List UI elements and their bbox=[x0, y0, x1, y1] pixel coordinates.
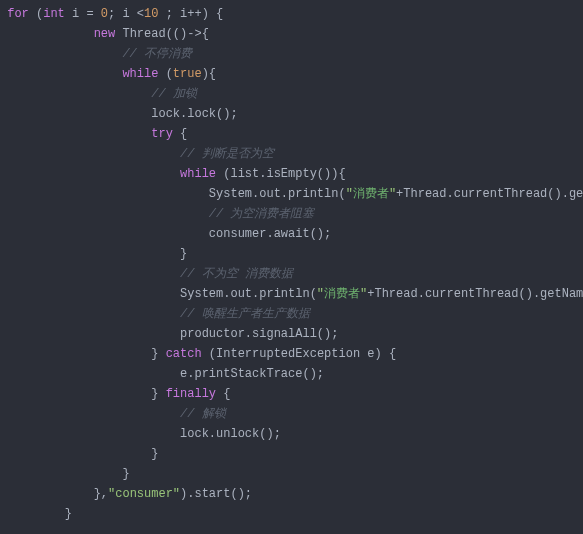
text: } bbox=[122, 467, 129, 481]
code-line: e.printStackTrace(); bbox=[0, 364, 583, 384]
text: ){ bbox=[202, 67, 216, 81]
code-line: lock.lock(); bbox=[0, 104, 583, 124]
text: (list.isEmpty()){ bbox=[216, 167, 346, 181]
code-line: consumer.await(); bbox=[0, 224, 583, 244]
keyword-new: new bbox=[94, 27, 116, 41]
text: +Thread.currentThread().getName bbox=[396, 187, 583, 201]
keyword-true: true bbox=[173, 67, 202, 81]
text: }, bbox=[94, 487, 108, 501]
number-literal: 10 bbox=[144, 7, 158, 21]
code-line: } bbox=[0, 464, 583, 484]
code-line: } bbox=[0, 444, 583, 464]
code-line: lock.unlock(); bbox=[0, 424, 583, 444]
text: } bbox=[180, 247, 187, 261]
code-line: // 加锁 bbox=[0, 84, 583, 104]
code-line: } catch (InterruptedException e) { bbox=[0, 344, 583, 364]
string-literal: "consumer" bbox=[108, 487, 180, 501]
text: consumer.await(); bbox=[209, 227, 331, 241]
code-line: while (list.isEmpty()){ bbox=[0, 164, 583, 184]
code-line: // 判断是否为空 bbox=[0, 144, 583, 164]
code-line: new Thread(()->{ bbox=[0, 24, 583, 44]
string-cn: 消费者 bbox=[324, 287, 360, 301]
code-line: } bbox=[0, 504, 583, 524]
code-line: try { bbox=[0, 124, 583, 144]
text: System.out.println( bbox=[209, 187, 346, 201]
text: ).start(); bbox=[180, 487, 252, 501]
text: { bbox=[173, 127, 187, 141]
text: ; i++) { bbox=[158, 7, 223, 21]
text: e.printStackTrace(); bbox=[180, 367, 324, 381]
comment: // 不停消费 bbox=[122, 47, 192, 61]
keyword-try: try bbox=[151, 127, 173, 141]
code-editor[interactable]: for (int i = 0; i <10 ; i++) { new Threa… bbox=[0, 4, 583, 524]
code-line: },"consumer").start(); bbox=[0, 484, 583, 504]
code-line: // 唤醒生产者生产数据 bbox=[0, 304, 583, 324]
code-line: // 为空消费者阻塞 bbox=[0, 204, 583, 224]
keyword-for: for bbox=[7, 7, 29, 21]
code-line: // 不停消费 bbox=[0, 44, 583, 64]
code-line: } finally { bbox=[0, 384, 583, 404]
string-quote: " bbox=[317, 287, 324, 301]
text: System.out.println( bbox=[180, 287, 317, 301]
comment: // 判断是否为空 bbox=[180, 147, 274, 161]
code-line: } bbox=[0, 244, 583, 264]
keyword-finally: finally bbox=[166, 387, 216, 401]
text: } bbox=[151, 447, 158, 461]
text: ( bbox=[158, 67, 172, 81]
comment: // 为空消费者阻塞 bbox=[209, 207, 315, 221]
text: lock.lock(); bbox=[151, 107, 237, 121]
code-line: for (int i = 0; i <10 ; i++) { bbox=[0, 4, 583, 24]
keyword-while: while bbox=[122, 67, 158, 81]
keyword-int: int bbox=[43, 7, 65, 21]
comment: // 加锁 bbox=[151, 87, 197, 101]
number-literal: 0 bbox=[101, 7, 108, 21]
code-line: System.out.println("消费者"+Thread.currentT… bbox=[0, 184, 583, 204]
text: productor.signalAll(); bbox=[180, 327, 338, 341]
text: lock.unlock(); bbox=[180, 427, 281, 441]
code-line: System.out.println("消费者"+Thread.currentT… bbox=[0, 284, 583, 304]
code-line: productor.signalAll(); bbox=[0, 324, 583, 344]
comment: // 不为空 消费数据 bbox=[180, 267, 293, 281]
code-line: // 解锁 bbox=[0, 404, 583, 424]
string-cn: 消费者 bbox=[353, 187, 389, 201]
string-quote: " bbox=[346, 187, 353, 201]
text: } bbox=[151, 347, 165, 361]
code-line: // 不为空 消费数据 bbox=[0, 264, 583, 284]
keyword-catch: catch bbox=[166, 347, 202, 361]
string-quote: " bbox=[389, 187, 396, 201]
text: } bbox=[151, 387, 165, 401]
text: (InterruptedException e) { bbox=[202, 347, 396, 361]
text: { bbox=[216, 387, 230, 401]
code-line: while (true){ bbox=[0, 64, 583, 84]
text: +Thread.currentThread().getName()+" bbox=[367, 287, 583, 301]
comment: // 解锁 bbox=[180, 407, 226, 421]
text: Thread(()->{ bbox=[115, 27, 209, 41]
comment: // 唤醒生产者生产数据 bbox=[180, 307, 310, 321]
keyword-while: while bbox=[180, 167, 216, 181]
text: i = bbox=[65, 7, 101, 21]
text: } bbox=[65, 507, 72, 521]
text: ; i < bbox=[108, 7, 144, 21]
